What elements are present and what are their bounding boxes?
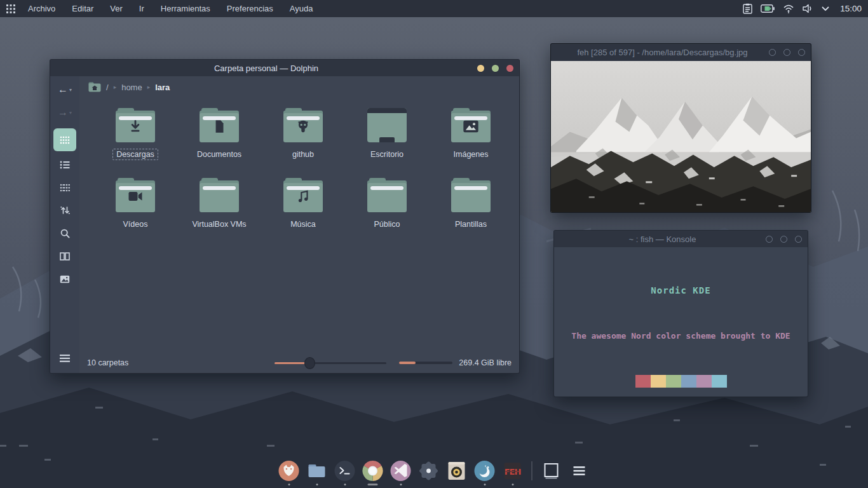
maximize-button[interactable] [783, 49, 790, 56]
running-indicator [288, 484, 290, 485]
breadcrumb-current[interactable]: lara [155, 83, 170, 92]
compact-view-button[interactable] [53, 178, 76, 197]
folder-item-plantillas[interactable]: Plantillas [429, 174, 513, 244]
sort-button[interactable] [53, 201, 76, 220]
dock-vscode[interactable] [390, 460, 412, 485]
details-view-button[interactable] [53, 155, 76, 174]
terminal-icon [334, 460, 356, 482]
dock-terminal[interactable] [334, 460, 356, 485]
maximize-button[interactable] [492, 65, 499, 72]
breadcrumb: / ▸ home ▸ lara [79, 76, 519, 98]
folder-label: Plantillas [451, 219, 491, 230]
search-button[interactable] [53, 224, 76, 243]
folder-label: VirtualBox VMs [188, 219, 250, 230]
home-folder-icon[interactable] [88, 82, 101, 92]
dolphin-titlebar[interactable]: Carpeta personal — Dolphin [50, 60, 519, 76]
feh-icon: FEH [502, 460, 524, 482]
dolphin-statusbar: 10 carpetas 269.4 GiB libre [79, 353, 519, 373]
dock-music-player[interactable] [445, 460, 468, 485]
breadcrumb-root[interactable]: / [106, 83, 109, 92]
folder-label: Descargas [112, 149, 158, 160]
folder-icon [450, 178, 492, 212]
dock-menu[interactable] [568, 460, 591, 485]
speaker-icon [446, 460, 468, 482]
clipboard-icon[interactable] [743, 3, 752, 14]
konsole-titlebar[interactable]: ~ : fish — Konsole [554, 231, 808, 247]
app-launcher-button[interactable] [0, 0, 22, 17]
close-button[interactable] [798, 49, 805, 56]
dock-show-desktop[interactable] [540, 460, 563, 485]
maximize-button[interactable] [780, 236, 787, 243]
show-desktop-icon [541, 460, 562, 482]
folder-label: Público [370, 219, 404, 230]
folder-icon [114, 108, 156, 142]
folder-item-publico[interactable]: Público [345, 174, 429, 244]
volume-icon[interactable] [803, 4, 813, 13]
palette-swatch-blue [681, 375, 696, 388]
battery-icon[interactable] [761, 4, 775, 13]
folder-label: github [288, 149, 318, 160]
folder-item-imagenes[interactable]: Imágenes [429, 104, 513, 174]
minimize-button[interactable] [766, 236, 773, 243]
global-menu-bar: Archivo Editar Ver Ir Herramientas Prefe… [0, 0, 868, 17]
menu-ir[interactable]: Ir [139, 4, 144, 13]
dock-night-app[interactable] [473, 460, 496, 485]
vscode-icon [390, 460, 412, 482]
palette-swatch-yellow [651, 375, 666, 388]
split-view-button[interactable] [53, 247, 76, 266]
menu-preferencias[interactable]: Preferencias [227, 4, 273, 13]
feh-window-buttons [769, 44, 805, 61]
nord-color-palette [635, 375, 727, 388]
menu-herramientas[interactable]: Herramientas [161, 4, 210, 13]
minimize-button[interactable] [769, 49, 776, 56]
terminal-subtitle: The awesome Nord color scheme brought to… [554, 331, 808, 341]
menu-ayuda[interactable]: Ayuda [290, 4, 313, 13]
dolphin-toolbar: ←▾ →▾ [50, 76, 79, 373]
close-button[interactable] [506, 65, 513, 72]
minimize-button[interactable] [477, 65, 484, 72]
folder-item-escritorio[interactable]: Escritorio [345, 104, 429, 174]
folder-item-musica[interactable]: Música [261, 174, 345, 244]
close-button[interactable] [795, 236, 802, 243]
menu-editar[interactable]: Editar [72, 4, 93, 13]
folder-item-documentos[interactable]: Documentos [177, 104, 261, 174]
forward-button[interactable]: →▾ [53, 103, 76, 122]
folder-icon [282, 178, 324, 212]
menu-archivo[interactable]: Archivo [28, 4, 55, 13]
folder-item-virtualbox[interactable]: VirtualBox VMs [177, 174, 261, 244]
folder-item-github[interactable]: github [261, 104, 345, 174]
dock-settings[interactable] [417, 460, 440, 485]
dock-firefox[interactable] [278, 460, 301, 485]
icons-view-button[interactable] [53, 128, 76, 151]
feh-photo-mountains [551, 61, 811, 212]
dolphin-menu-button[interactable] [53, 349, 76, 368]
folder-label: Imágenes [450, 149, 492, 160]
dock: FEH [278, 460, 591, 485]
dock-feh[interactable]: FEH [501, 460, 524, 485]
disk-capacity-fill [399, 362, 416, 364]
folder-item-videos[interactable]: Vídeos [93, 174, 177, 244]
folder-item-descargas[interactable]: Descargas [93, 104, 177, 174]
breadcrumb-home[interactable]: home [121, 83, 142, 92]
folder-icon [282, 108, 324, 142]
menu-ver[interactable]: Ver [110, 4, 123, 13]
dock-file-manager[interactable] [306, 460, 329, 485]
dolphin-window: Carpeta personal — Dolphin ←▾ →▾ [50, 59, 520, 374]
zoom-slider[interactable] [275, 356, 386, 369]
preview-button[interactable] [53, 269, 76, 288]
file-manager-icon [306, 460, 328, 482]
back-button[interactable]: ←▾ [53, 80, 76, 99]
running-indicator [400, 484, 402, 485]
palette-swatch-green [666, 375, 681, 388]
forward-arrow-icon: → [58, 107, 68, 118]
chevron-down-icon[interactable] [822, 6, 829, 11]
wifi-icon[interactable] [783, 4, 794, 13]
terminal-output[interactable]: Nordic KDE The awesome Nord color scheme… [554, 247, 808, 396]
feh-titlebar[interactable]: feh [285 of 597] - /home/lara/Descargas/… [551, 44, 811, 61]
dock-chromium[interactable] [362, 460, 384, 485]
system-tray: 15:00 [743, 0, 864, 17]
indicator-empty [428, 484, 430, 485]
preview-image-icon [60, 275, 70, 283]
sort-icon [60, 206, 70, 215]
zoom-slider-knob[interactable] [304, 357, 315, 369]
